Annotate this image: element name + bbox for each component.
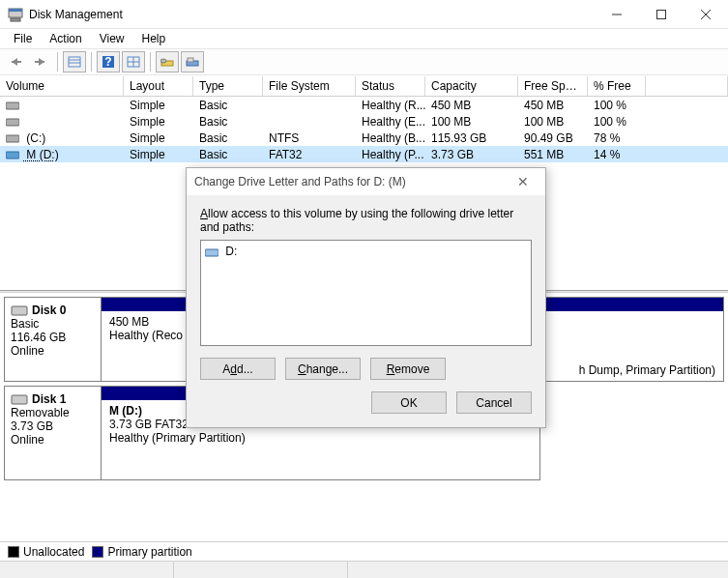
table-row[interactable]: Simple Basic Healthy (E... 100 MB 100 MB… bbox=[0, 113, 728, 130]
svg-rect-4 bbox=[657, 10, 666, 18]
col-type[interactable]: Type bbox=[193, 76, 263, 96]
toolbar-separator bbox=[91, 52, 92, 72]
window-title: Disk Management bbox=[29, 8, 595, 21]
table-row[interactable]: (C:) Simple Basic NTFS Healthy (B... 115… bbox=[0, 130, 728, 146]
col-status[interactable]: Status bbox=[356, 76, 425, 96]
disk-info: Disk 0 Basic 116.46 GB Online bbox=[5, 298, 102, 381]
minimize-button[interactable] bbox=[595, 0, 639, 28]
legend: Unallocated Primary partition bbox=[0, 541, 728, 561]
add-button[interactable]: Add... bbox=[200, 358, 276, 380]
svg-rect-9 bbox=[69, 57, 80, 67]
toolbar-list-icon[interactable] bbox=[63, 51, 86, 72]
dialog-title: Change Drive Letter and Paths for D: (M) bbox=[194, 175, 509, 188]
menu-help[interactable]: Help bbox=[134, 30, 174, 47]
svg-rect-21 bbox=[6, 102, 19, 109]
table-row[interactable]: M (D:) Simple Basic FAT32 Healthy (P... … bbox=[0, 146, 728, 162]
help-icon[interactable]: ? bbox=[97, 51, 120, 72]
swatch-unallocated bbox=[8, 546, 19, 558]
menu-view[interactable]: View bbox=[92, 30, 132, 47]
disk-type: Basic bbox=[11, 317, 95, 331]
volume-list-header: Volume Layout Type File System Status Ca… bbox=[0, 75, 728, 97]
disk-size: 116.46 GB bbox=[11, 331, 95, 344]
partition-status-right: h Dump, Primary Partition) bbox=[579, 363, 715, 377]
toolbar-yellow-icon[interactable] bbox=[156, 51, 179, 72]
vol-name: M (D:) bbox=[23, 148, 59, 161]
menu-file[interactable]: File bbox=[6, 30, 40, 47]
partition-status: Healthy (Reco bbox=[109, 329, 183, 342]
change-drive-letter-dialog: Change Drive Letter and Paths for D: (M)… bbox=[186, 167, 546, 428]
forward-button[interactable] bbox=[29, 51, 52, 72]
vol-name: (C:) bbox=[23, 131, 45, 145]
menu-bar: File Action View Help bbox=[0, 29, 728, 48]
disk-state: Online bbox=[11, 433, 95, 447]
disk-state: Online bbox=[11, 344, 95, 358]
col-spacer bbox=[646, 76, 728, 96]
volume-icon bbox=[6, 117, 19, 127]
toolbar-grid-icon[interactable] bbox=[122, 51, 145, 72]
toolbar-separator bbox=[57, 52, 58, 72]
volume-icon bbox=[6, 133, 19, 143]
svg-rect-25 bbox=[12, 306, 27, 315]
svg-rect-26 bbox=[12, 395, 27, 404]
status-bar bbox=[0, 561, 728, 578]
toolbar: ? bbox=[0, 48, 728, 75]
svg-rect-22 bbox=[6, 119, 19, 126]
toolbar-blue-icon[interactable] bbox=[181, 51, 204, 72]
table-row[interactable]: Simple Basic Healthy (R... 450 MB 450 MB… bbox=[0, 97, 728, 113]
close-button[interactable] bbox=[684, 0, 728, 28]
drive-letter: D: bbox=[225, 245, 237, 258]
partition-size: 450 MB bbox=[109, 315, 183, 329]
svg-rect-23 bbox=[6, 135, 19, 142]
title-bar: Disk Management bbox=[0, 0, 728, 29]
disk-type: Removable bbox=[11, 406, 95, 419]
svg-rect-2 bbox=[11, 18, 20, 21]
dialog-titlebar[interactable]: Change Drive Letter and Paths for D: (M)… bbox=[187, 168, 545, 195]
volume-icon bbox=[6, 150, 19, 159]
maximize-button[interactable] bbox=[639, 0, 684, 28]
col-filesystem[interactable]: File System bbox=[263, 76, 356, 96]
col-pct[interactable]: % Free bbox=[588, 76, 646, 96]
back-button[interactable] bbox=[4, 51, 27, 72]
col-volume[interactable]: Volume bbox=[0, 76, 124, 96]
change-button[interactable]: Change... bbox=[285, 358, 361, 380]
svg-text:?: ? bbox=[104, 55, 111, 69]
list-item[interactable]: D: bbox=[205, 245, 527, 258]
swatch-primary bbox=[92, 546, 103, 558]
dialog-close-button[interactable]: ✕ bbox=[509, 174, 538, 189]
volume-icon bbox=[6, 101, 19, 110]
menu-action[interactable]: Action bbox=[42, 30, 89, 47]
svg-point-18 bbox=[160, 59, 166, 63]
col-layout[interactable]: Layout bbox=[124, 76, 193, 96]
svg-rect-27 bbox=[205, 249, 218, 256]
svg-rect-24 bbox=[6, 152, 19, 159]
partition-status: Healthy (Primary Partition) bbox=[109, 431, 532, 445]
toolbar-separator bbox=[150, 52, 151, 72]
disk-size: 3.73 GB bbox=[11, 419, 95, 433]
svg-rect-1 bbox=[9, 9, 22, 12]
legend-primary: Primary partition bbox=[107, 545, 191, 559]
dialog-instruction: Allow access to this volume by using the… bbox=[200, 207, 532, 234]
col-capacity[interactable]: Capacity bbox=[425, 76, 518, 96]
drive-icon bbox=[205, 247, 218, 257]
col-free[interactable]: Free Spa... bbox=[518, 76, 588, 96]
remove-button[interactable]: Remove bbox=[370, 358, 446, 380]
drive-paths-listbox[interactable]: D: bbox=[200, 240, 532, 346]
ok-button[interactable]: OK bbox=[371, 391, 447, 414]
app-icon bbox=[8, 7, 23, 22]
cancel-button[interactable]: Cancel bbox=[456, 391, 532, 414]
disk-info: Disk 1 Removable 3.73 GB Online bbox=[5, 387, 102, 479]
legend-unallocated: Unallocated bbox=[23, 545, 84, 559]
svg-rect-20 bbox=[188, 58, 193, 62]
